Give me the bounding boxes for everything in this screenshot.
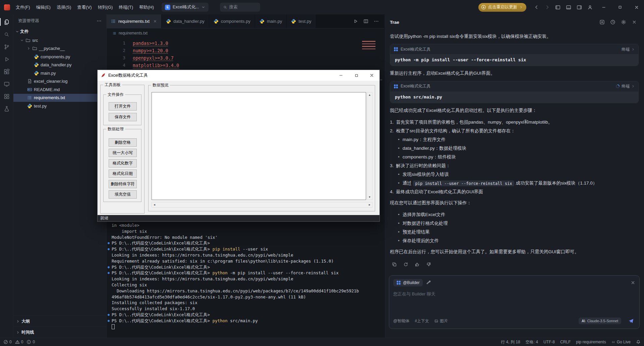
tree-item-requirements.txt[interactable]: requirements.txt [13,94,106,102]
menu-item[interactable]: 文件(F) [13,0,33,14]
tree-item-data_handler.py[interactable]: data_handler.py [13,61,106,69]
forward-button[interactable] [542,3,552,12]
preview-horizontal-scrollbar[interactable]: ◄ ► [152,202,372,208]
remove-spaces-button[interactable]: 删除空格 [109,138,137,147]
files-section-header[interactable]: 文件 [13,27,106,36]
tree-item-excel_cleaner.log[interactable]: excel_cleaner.log [13,77,106,86]
window-minimize-button[interactable] [596,0,611,14]
scroll-down-arrow[interactable]: ▼ [367,195,372,200]
tree-item-test.py[interactable]: test.py [13,102,106,110]
terminal-card[interactable]: Excel格式化工具 终端 python src/main.py [390,81,639,103]
tools-icon[interactable] [426,280,431,285]
minimap[interactable] [362,39,380,51]
agent-chip[interactable]: @Builder [393,279,423,286]
context-action-图片[interactable]: 图片 [434,318,448,324]
restart-update-button[interactable]: 点击重启以更新 [478,3,527,12]
global-search[interactable]: 搜索 [220,3,260,12]
menu-item[interactable]: 终端(T) [116,0,136,14]
thumbs-up-button[interactable] [413,260,421,269]
split-editor-button[interactable] [363,19,368,24]
scroll-left-arrow[interactable]: ◄ [152,202,157,207]
scroll-right-arrow[interactable]: ► [367,202,372,207]
format-dates-button[interactable]: 格式化日期 [109,169,137,178]
chat-history-button[interactable] [608,18,617,26]
refresh-button[interactable] [401,260,410,269]
scroll-up-arrow[interactable]: ▲ [367,92,372,97]
send-button[interactable] [627,317,635,325]
editor-tab-requirements.txt[interactable]: requirements.txt [107,14,162,28]
menu-item[interactable]: 查看(V) [74,0,95,14]
menu-item[interactable]: 转到(G) [95,0,116,14]
toggle-sidebar-button[interactable] [553,3,563,12]
editor-tab-main.py[interactable]: main.py [255,14,287,28]
context-action-#上下文[interactable]: #上下文 [415,318,429,324]
model-selector[interactable]: A\ Claude-3.5-Sonnet [579,318,621,324]
fill-nulls-button[interactable]: 填充空值 [109,190,137,199]
window-close-button[interactable] [629,0,644,14]
problems-indicator[interactable]: 000 [3,340,35,344]
notifications-bell-icon[interactable] [636,340,641,344]
editor-tab-components.py[interactable]: components.py [209,14,255,28]
language-mode[interactable]: pip requirements [576,340,606,344]
dialog-titlebar[interactable]: Excel数据格式化工具 [98,70,379,81]
eol-sequence[interactable]: CRLF [560,340,571,344]
preview-vertical-scrollbar[interactable]: ▲ ▼ [367,92,372,200]
breadcrumb[interactable]: requirements.txt [107,28,384,38]
timeline-section-header[interactable]: 时间线 [13,327,106,338]
save-file-button[interactable]: 保存文件 [109,113,137,121]
open-file-button[interactable]: 打开文件 [109,102,137,111]
activity-search-icon[interactable] [0,28,13,41]
remove-special-chars-button[interactable]: 删除特殊字符 [109,180,137,188]
toggle-panel-button[interactable] [564,3,573,12]
data-preview-area[interactable] [152,92,366,200]
activity-run-debug-icon[interactable] [0,53,13,65]
thumbs-down-button[interactable] [424,260,433,269]
outline-section-header[interactable]: 大纲 [13,316,106,327]
activity-extensions-icon[interactable] [0,65,13,78]
close-tab-icon[interactable] [153,19,157,23]
menu-item[interactable]: 选择(S) [54,0,74,14]
window-maximize-button[interactable] [612,0,628,14]
terminal-card[interactable]: Excel格式化工具 终端 python -m pip install --us… [390,44,639,66]
activity-remote-icon[interactable] [0,78,13,90]
toggle-secondary-sidebar-button[interactable] [575,3,584,12]
tree-item-__pycache__[interactable]: __pycache__ [13,45,106,53]
tree-item-components.py[interactable]: components.py [13,53,106,61]
info-count[interactable]: 0 [26,340,35,344]
editor-tab-data_handler.py[interactable]: data_handler.py [162,14,209,28]
activity-apps-icon[interactable] [0,90,13,102]
chat-input-box[interactable]: @Builder 您正在与 Builder 聊天 @智能体#上下文图片 A\ C… [389,275,640,329]
cursor-position[interactable]: 行 4, 列 18 [501,339,520,345]
context-action-@智能体[interactable]: @智能体 [393,318,409,324]
dialog-maximize-button[interactable] [349,70,364,81]
error-count[interactable]: 0 [3,340,12,344]
menu-item[interactable]: 编辑(E) [33,0,54,14]
tree-item-README.md[interactable]: README.md [13,85,106,94]
activity-test-icon[interactable] [0,102,13,115]
back-button[interactable] [532,3,541,12]
encoding[interactable]: UTF-8 [543,340,555,344]
explorer-more-actions[interactable] [97,18,102,23]
activity-source-control-icon[interactable] [0,41,13,53]
chat-settings-button[interactable] [619,18,628,26]
menu-item[interactable]: 帮助(H) [136,0,157,14]
tree-item-src[interactable]: src [13,36,106,45]
indentation[interactable]: 空格: 4 [526,339,538,345]
activity-files-icon[interactable] [0,16,13,28]
dialog-minimize-button[interactable] [333,70,349,81]
project-switcher[interactable]: E Excel格式化... [162,3,209,12]
format-numbers-button[interactable]: 格式化数字 [109,159,137,167]
app-logo-icon[interactable] [4,4,10,10]
account-button[interactable] [585,3,595,12]
chat-close-button[interactable] [630,18,639,26]
unify-case-button[interactable]: 统一大小写 [109,149,137,157]
tree-item-main.py[interactable]: main.py [13,69,106,77]
new-chat-button[interactable] [598,18,606,26]
close-agent-session-button[interactable] [631,280,635,285]
go-live-button[interactable]: Go Live [611,340,631,344]
editor-tab-test.py[interactable]: test.py [287,14,316,28]
dialog-close-button[interactable] [364,70,379,81]
editor-more-actions[interactable] [374,19,379,24]
run-file-button[interactable] [353,19,358,24]
copy-button[interactable] [390,260,399,269]
